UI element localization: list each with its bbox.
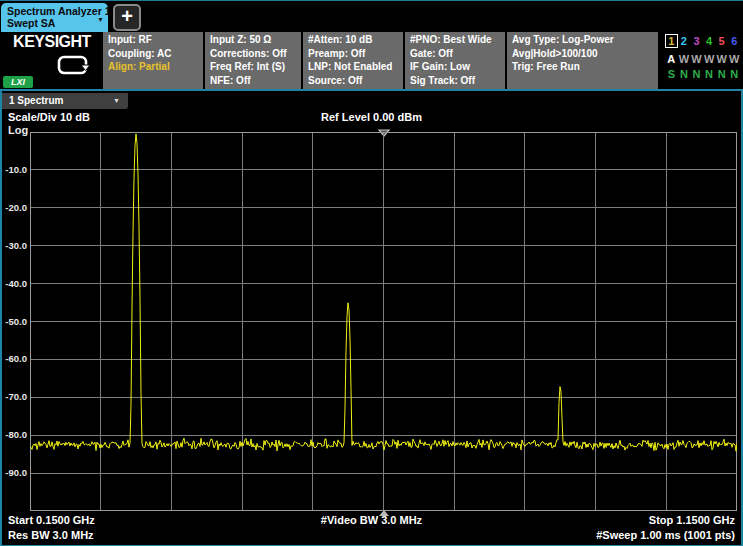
- graticule: [30, 132, 737, 511]
- plus-icon: +: [121, 5, 133, 27]
- y-axis-label: -20.0: [2, 202, 27, 213]
- y-axis-label: -80.0: [2, 429, 27, 440]
- settings-column-5[interactable]: Avg Type: Log-PowerAvg|Hold>100/100Trig:…: [507, 32, 658, 89]
- keysight-logo: KEYSIGHT: [4, 33, 100, 51]
- res-bw-label: Res BW 3.0 MHz: [8, 529, 94, 541]
- trace-number-3[interactable]: 3: [690, 34, 703, 49]
- trace-type-6: W: [728, 52, 741, 67]
- y-axis-label: -40.0: [2, 278, 27, 289]
- setting-line: Input Z: 50 Ω: [210, 33, 301, 47]
- setting-line: Avg Type: Log-Power: [512, 33, 658, 47]
- video-bw-label: #Video BW 3.0 MHz: [2, 514, 741, 526]
- trace-state-2: N: [678, 67, 691, 82]
- setting-line: Corrections: Off: [210, 47, 301, 61]
- y-axis-label: -90.0: [2, 467, 27, 478]
- measurement-display: 1 Spectrum ▼ Scale/Div 10 dB Ref Level 0…: [0, 89, 743, 546]
- setting-line: Input: RF: [108, 33, 203, 47]
- trace-type-2: W: [678, 52, 691, 67]
- setting-line: Gate: Off: [410, 47, 505, 61]
- trace-number-4[interactable]: 4: [703, 34, 716, 49]
- setting-line: Align: Partial: [108, 60, 203, 74]
- setting-line: Source: Off: [308, 74, 403, 88]
- spectrum-plot: [30, 132, 737, 511]
- y-axis-label: -60.0: [2, 353, 27, 364]
- settings-column-2[interactable]: Input Z: 50 ΩCorrections: OffFreq Ref: I…: [205, 32, 301, 89]
- lxi-badge: LXI: [3, 76, 33, 88]
- spectrum-analyzer-screen: Spectrum Analyzer 1 Swept SA ▼ + KEYSIGH…: [0, 0, 743, 546]
- settings-header: KEYSIGHT LXI Input: RFCoupling: ACAlign:…: [0, 32, 743, 89]
- setting-line: LNP: Not Enabled: [308, 60, 403, 74]
- trace-number-6[interactable]: 6: [728, 34, 741, 49]
- trace-select-dropdown[interactable]: 1 Spectrum ▼: [2, 93, 128, 109]
- trace-state-6: N: [728, 67, 741, 82]
- trace-number-2[interactable]: 2: [678, 34, 691, 49]
- settings-column-3[interactable]: #Atten: 10 dBPreamp: OffLNP: Not Enabled…: [303, 32, 403, 89]
- trace-number-1[interactable]: 1: [665, 34, 678, 48]
- y-axis-label: -30.0: [2, 240, 27, 251]
- trace-number-row[interactable]: 123456: [665, 34, 741, 49]
- chevron-down-icon: ▼: [113, 93, 120, 109]
- settings-column-1[interactable]: Input: RFCoupling: ACAlign: Partial: [103, 32, 203, 89]
- trace-type-1: A: [665, 52, 678, 67]
- tab-title: Spectrum Analyzer 1: [7, 5, 94, 17]
- settings-column-4[interactable]: #PNO: Best WideGate: OffIF Gain: LowSig …: [405, 32, 505, 89]
- trace-type-5: W: [715, 52, 728, 67]
- trace-type-row: AWWWWW: [665, 52, 741, 67]
- trace-type-3: W: [690, 52, 703, 67]
- tab-bar: Spectrum Analyzer 1 Swept SA ▼ +: [0, 1, 743, 32]
- trace-legend[interactable]: 123456 AWWWWW SNNNNN: [661, 32, 743, 89]
- trace-state-3: N: [690, 67, 703, 82]
- ref-level-label: Ref Level 0.00 dBm: [2, 111, 741, 123]
- trace-state-5: N: [715, 67, 728, 82]
- tab-dropdown-icon[interactable]: ▼: [97, 16, 104, 23]
- app-tab-spectrum-analyzer[interactable]: Spectrum Analyzer 1 Swept SA ▼: [1, 3, 108, 32]
- setting-line: IF Gain: Low: [410, 60, 505, 74]
- setting-line: NFE: Off: [210, 74, 301, 88]
- trace-state-row: SNNNNN: [665, 67, 741, 82]
- keysight-dialog-icon: [57, 55, 91, 81]
- setting-line: Preamp: Off: [308, 47, 403, 61]
- trace-state-1: S: [665, 67, 678, 82]
- setting-line: Trig: Free Run: [512, 60, 658, 74]
- setting-line: Freq Ref: Int (S): [210, 60, 301, 74]
- setting-line: #Atten: 10 dB: [308, 33, 403, 47]
- tab-subtitle: Swept SA: [7, 17, 94, 29]
- trace-state-4: N: [703, 67, 716, 82]
- y-axis-label: -70.0: [2, 391, 27, 402]
- trace-type-4: W: [703, 52, 716, 67]
- log-scale-label: Log: [8, 124, 28, 136]
- setting-line: Coupling: AC: [108, 47, 203, 61]
- trace-select-label: 1 Spectrum: [9, 95, 63, 106]
- y-axis-label: -10.0: [2, 164, 27, 175]
- stop-freq-label: Stop 1.1500 GHz: [649, 514, 735, 526]
- setting-line: Sig Track: Off: [410, 74, 505, 88]
- setting-line: Avg|Hold>100/100: [512, 47, 658, 61]
- brand-block: KEYSIGHT LXI: [0, 32, 103, 89]
- sweep-label: #Sweep 1.00 ms (1001 pts): [596, 529, 735, 541]
- add-tab-button[interactable]: +: [113, 4, 141, 31]
- setting-line: #PNO: Best Wide: [410, 33, 505, 47]
- trace-number-5[interactable]: 5: [715, 34, 728, 49]
- y-axis-label: -50.0: [2, 316, 27, 327]
